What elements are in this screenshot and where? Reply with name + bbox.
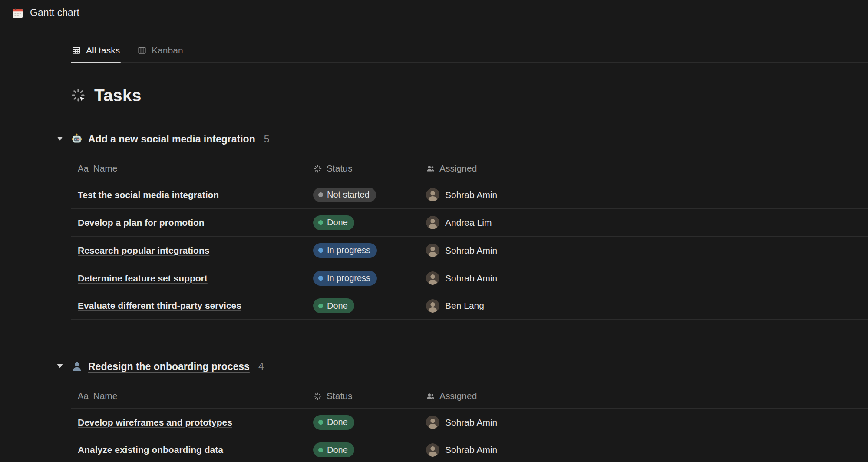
group-rows: Test the social media integration Not st…: [71, 181, 868, 320]
column-header-name[interactable]: Aa Name: [71, 163, 306, 174]
task-name[interactable]: Determine feature set support: [78, 273, 208, 284]
status-dot-icon: [318, 448, 323, 452]
task-name-cell[interactable]: Develop a plan for promotion: [71, 209, 306, 236]
table-header-row: Aa Name Status: [71, 384, 868, 408]
view-tabs: All tasks Kanban: [71, 43, 868, 63]
calendar-icon[interactable]: [11, 7, 24, 20]
empty-cell: [537, 409, 868, 436]
task-name[interactable]: Analyze existing onboarding data: [78, 445, 223, 455]
empty-cell: [537, 436, 868, 462]
task-status-cell[interactable]: Done: [306, 436, 419, 462]
task-status-cell[interactable]: Not started: [306, 181, 419, 208]
assignee[interactable]: Sohrab Amin: [426, 416, 497, 429]
groups-container: Add a new social media integration 5 Aa …: [0, 131, 868, 462]
task-name-cell[interactable]: Determine feature set support: [71, 264, 306, 292]
column-header-assigned[interactable]: Assigned: [419, 163, 537, 174]
column-header-name[interactable]: Aa Name: [71, 391, 306, 401]
status-dot-icon: [318, 304, 323, 308]
assignee[interactable]: Sohrab Amin: [426, 271, 497, 285]
assignee[interactable]: Sohrab Amin: [426, 188, 497, 201]
assignee[interactable]: Sohrab Amin: [426, 244, 497, 257]
group-title[interactable]: Redesign the onboarding process: [88, 361, 250, 373]
assignee-name: Sohrab Amin: [445, 273, 497, 284]
group-count: 4: [258, 361, 264, 373]
column-label: Name: [93, 163, 117, 174]
people-icon: [426, 164, 435, 173]
status-dot-icon: [318, 276, 323, 280]
task-assigned-cell[interactable]: Sohrab Amin: [419, 409, 537, 436]
text-property-icon: Aa: [78, 391, 89, 401]
status-label: Not started: [327, 190, 370, 200]
column-header-assigned[interactable]: Assigned: [419, 391, 537, 401]
status-dot-icon: [318, 420, 323, 425]
task-status-cell[interactable]: Done: [306, 409, 419, 436]
task-status-cell[interactable]: In progress: [306, 237, 419, 264]
status-pill[interactable]: In progress: [313, 243, 377, 258]
status-pill[interactable]: Not started: [313, 188, 376, 202]
assignee[interactable]: Ben Lang: [426, 299, 484, 313]
status-pill[interactable]: Done: [313, 415, 354, 430]
group-header: Redesign the onboarding process 4: [71, 359, 868, 374]
assignee-name: Sohrab Amin: [445, 417, 497, 428]
assignee-name: Sohrab Amin: [445, 245, 497, 256]
tasks-table: Aa Name Status: [71, 156, 868, 320]
topbar: Gantt chart: [0, 0, 868, 20]
task-name-cell[interactable]: Evaluate different third-party services: [71, 292, 306, 319]
task-assigned-cell[interactable]: Andrea Lim: [419, 209, 537, 236]
column-label: Status: [327, 163, 353, 174]
tab-kanban[interactable]: Kanban: [136, 43, 184, 62]
task-assigned-cell[interactable]: Ben Lang: [419, 292, 537, 319]
task-name[interactable]: Develop a plan for promotion: [78, 218, 205, 228]
assignee-name: Andrea Lim: [445, 218, 492, 228]
table-row: Determine feature set support In progres…: [71, 264, 868, 292]
task-name[interactable]: Develop wireframes and prototypes: [78, 417, 232, 428]
empty-cell: [537, 209, 868, 236]
task-status-cell[interactable]: In progress: [306, 264, 419, 292]
status-pill[interactable]: Done: [313, 298, 354, 313]
column-header-status[interactable]: Status: [306, 163, 419, 174]
task-name[interactable]: Research popular integrations: [78, 245, 209, 256]
task-assigned-cell[interactable]: Sohrab Amin: [419, 237, 537, 264]
tab-label: Kanban: [152, 45, 183, 56]
task-status-cell[interactable]: Done: [306, 292, 419, 319]
status-pill[interactable]: Done: [313, 442, 354, 457]
task-name-cell[interactable]: Analyze existing onboarding data: [71, 436, 306, 462]
status-label: In progress: [327, 273, 370, 283]
status-pill[interactable]: In progress: [313, 271, 377, 286]
task-status-cell[interactable]: Done: [306, 209, 419, 236]
task-name[interactable]: Test the social media integration: [78, 190, 219, 200]
status-dot-icon: [318, 248, 323, 253]
group-rows: Develop wireframes and prototypes Done S…: [71, 408, 868, 462]
avatar: [426, 244, 439, 257]
table-row: Evaluate different third-party services …: [71, 292, 868, 320]
avatar: [426, 443, 439, 457]
avatar: [426, 299, 439, 313]
task-name-cell[interactable]: Develop wireframes and prototypes: [71, 409, 306, 436]
toggle-triangle-icon[interactable]: [56, 135, 63, 142]
status-dot-icon: [318, 220, 323, 225]
status-label: Done: [327, 417, 348, 427]
status-label: Done: [327, 445, 348, 455]
task-name-cell[interactable]: Research popular integrations: [71, 237, 306, 264]
task-name-cell[interactable]: Test the social media integration: [71, 181, 306, 208]
assignee-name: Sohrab Amin: [445, 445, 497, 455]
status-label: Done: [327, 218, 348, 228]
tab-label: All tasks: [86, 45, 120, 56]
status-label: Done: [327, 301, 348, 311]
assignee-name: Ben Lang: [445, 300, 484, 311]
assignee[interactable]: Andrea Lim: [426, 216, 492, 229]
toggle-triangle-icon[interactable]: [56, 363, 63, 370]
status-label: In progress: [327, 245, 370, 255]
task-assigned-cell[interactable]: Sohrab Amin: [419, 436, 537, 462]
task-assigned-cell[interactable]: Sohrab Amin: [419, 264, 537, 292]
task-assigned-cell[interactable]: Sohrab Amin: [419, 181, 537, 208]
tab-all-tasks[interactable]: All tasks: [71, 43, 121, 62]
group-icon: [71, 133, 83, 145]
status-pill[interactable]: Done: [313, 215, 354, 230]
empty-cell: [537, 292, 868, 319]
page-title-breadcrumb[interactable]: Gantt chart: [30, 7, 79, 19]
assignee[interactable]: Sohrab Amin: [426, 443, 497, 457]
group-title[interactable]: Add a new social media integration: [88, 133, 255, 145]
column-header-status[interactable]: Status: [306, 391, 419, 401]
task-name[interactable]: Evaluate different third-party services: [78, 300, 241, 311]
